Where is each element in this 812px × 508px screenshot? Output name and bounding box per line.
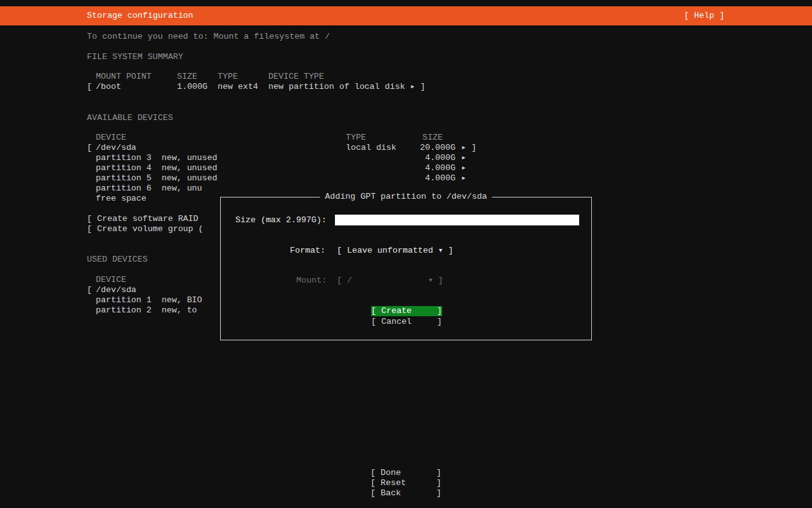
menu-arrow-icon: ▸ ] (461, 143, 476, 153)
col-mount-point: MOUNT POINT (96, 72, 152, 82)
menu-arrow-icon: ▸ (461, 173, 466, 184)
partition-name: partition 6 new, unu (96, 184, 202, 194)
storage-configuration-screen: Storage configuration [ Help ] To contin… (0, 0, 812, 508)
partition-name: partition 3 new, unused (96, 153, 218, 163)
type-value: new ext4 (218, 82, 258, 92)
done-button[interactable]: [ Done ] (370, 468, 442, 478)
menu-arrow-icon: ▸ (461, 153, 466, 163)
instruction-text: To continue you need to: Mount a filesys… (87, 32, 330, 42)
format-dropdown[interactable]: [ Leave unformatted ▾ ] (337, 246, 454, 256)
add-gpt-partition-dialog: Adding GPT partition to /dev/sda Size (m… (220, 197, 592, 340)
row-open-bracket: [ (87, 82, 92, 92)
partition-size: 4.000G (425, 173, 455, 184)
partition-name: partition 4 new, unused (96, 163, 218, 173)
back-button[interactable]: [ Back ] (370, 488, 442, 498)
device-type-value: new partition of local disk ▸ ] (268, 82, 425, 92)
help-button[interactable]: [ Help ] (684, 11, 724, 21)
device-size: 20.000G (420, 143, 455, 153)
col-size: SIZE (422, 133, 443, 143)
mount-point-value: /boot (96, 82, 121, 92)
cancel-button[interactable]: [ Cancel ] (371, 317, 442, 327)
col-size: SIZE (177, 72, 197, 82)
col-type: TYPE (218, 72, 238, 82)
partition-name: partition 5 new, unused (96, 173, 218, 184)
device-name: /dev/sda (96, 285, 136, 295)
size-input[interactable] (335, 215, 579, 225)
create-volume-group-button[interactable]: [ Create volume group ( (87, 224, 204, 234)
col-device: DEVICE (96, 275, 126, 285)
format-field-label: Format: (290, 246, 325, 256)
row-open-bracket: [ (87, 285, 92, 295)
mount-field-label: Mount: (296, 276, 327, 286)
menu-arrow-icon: ▸ (461, 163, 466, 173)
mount-dropdown: [ / ▾ ] (337, 276, 443, 286)
used-partition-row[interactable]: partition 1 new, BIO (96, 295, 202, 305)
dialog-title: Adding GPT partition to /dev/sda (320, 192, 492, 202)
section-heading-available-devices: AVAILABLE DEVICES (87, 113, 173, 123)
partition-size: 4.000G (425, 153, 455, 163)
section-heading-used-devices: USED DEVICES (87, 255, 148, 265)
used-partition-row[interactable]: partition 2 new, to (96, 305, 197, 316)
reset-button[interactable]: [ Reset ] (370, 478, 442, 488)
create-software-raid-button[interactable]: [ Create software RAID (87, 214, 199, 224)
row-open-bracket: [ (87, 143, 92, 153)
free-space-label: free space (96, 194, 147, 204)
partition-size: 4.000G (425, 163, 455, 173)
title-bar: Storage configuration [ Help ] (0, 6, 812, 25)
create-button[interactable]: [ Create ] (371, 306, 442, 316)
page-title: Storage configuration (87, 11, 193, 21)
col-device-type: DEVICE TYPE (268, 72, 324, 82)
col-device: DEVICE (96, 133, 126, 143)
size-field-label: Size (max 2.997G): (235, 215, 327, 225)
device-name: /dev/sda (96, 143, 136, 153)
device-type: local disk (346, 143, 396, 153)
col-type: TYPE (346, 133, 366, 143)
size-value: 1.000G (177, 82, 207, 92)
section-heading-fs-summary: FILE SYSTEM SUMMARY (87, 52, 183, 62)
